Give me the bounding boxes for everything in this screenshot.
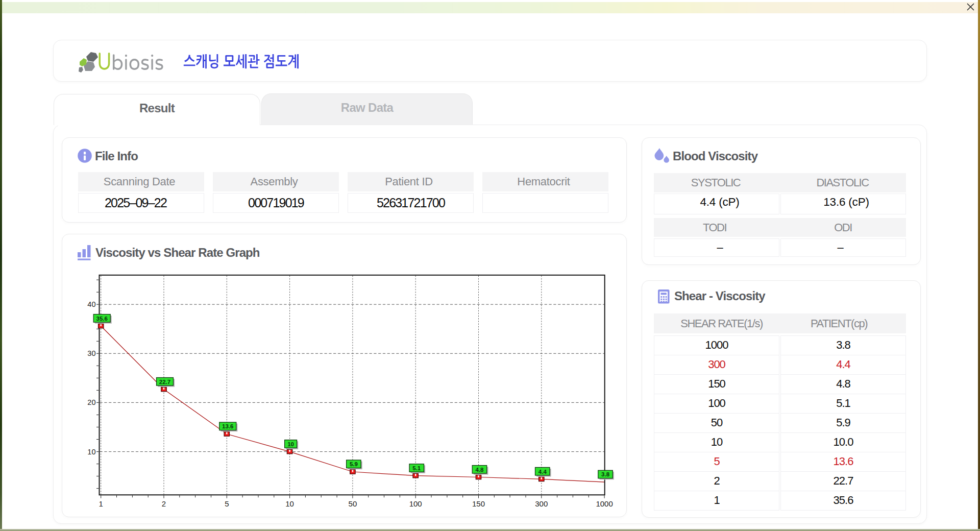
svg-text:100: 100 [409, 499, 422, 508]
svg-text:4.4: 4.4 [538, 469, 547, 475]
svg-text:5.1: 5.1 [412, 465, 421, 471]
svg-text:40: 40 [87, 300, 95, 308]
svg-text:10: 10 [287, 441, 294, 447]
svg-text:300: 300 [535, 499, 548, 508]
svg-text:150: 150 [472, 499, 485, 508]
svg-text:35.6: 35.6 [96, 316, 108, 322]
svg-text:30: 30 [87, 349, 95, 357]
svg-text:50: 50 [349, 499, 357, 508]
svg-text:3.8: 3.8 [601, 471, 610, 477]
svg-text:22.7: 22.7 [159, 379, 170, 385]
svg-text:1000: 1000 [596, 499, 612, 508]
svg-text:10: 10 [87, 448, 95, 456]
svg-text:13.6: 13.6 [222, 423, 233, 429]
svg-text:5: 5 [225, 499, 229, 508]
svg-text:1: 1 [99, 499, 103, 508]
svg-text:10: 10 [285, 499, 294, 508]
svg-text:20: 20 [87, 398, 95, 406]
svg-text:4.8: 4.8 [476, 467, 484, 473]
svg-text:5.9: 5.9 [350, 461, 358, 467]
svg-text:2: 2 [162, 499, 166, 508]
